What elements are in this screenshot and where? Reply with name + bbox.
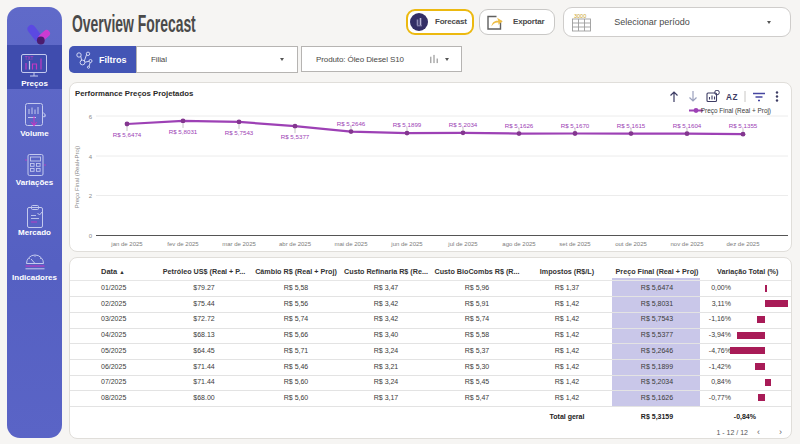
svg-text:R$ 5,2646: R$ 5,2646	[337, 120, 366, 127]
svg-text:mai de 2025: mai de 2025	[334, 241, 368, 247]
svg-text:R$ 5,6474: R$ 5,6474	[113, 131, 142, 138]
svg-text:0: 0	[89, 233, 93, 239]
svg-text:jul de 2025: jul de 2025	[447, 241, 478, 247]
svg-text:R$ 5,2034: R$ 5,2034	[449, 121, 478, 128]
svg-text:R$ 5,5377: R$ 5,5377	[281, 133, 310, 140]
svg-text:TXT: TXT	[25, 56, 34, 61]
svg-text:abr de 2025: abr de 2025	[279, 241, 312, 247]
svg-text:out de 2025: out de 2025	[615, 241, 647, 247]
svg-text:jun de 2025: jun de 2025	[390, 241, 423, 247]
svg-text:2: 2	[89, 193, 93, 199]
svg-text:fev de 2025: fev de 2025	[167, 241, 199, 247]
svg-text:Preço Final (Real+Proj): Preço Final (Real+Proj)	[74, 146, 80, 209]
svg-text:R$ 5,8031: R$ 5,8031	[169, 128, 198, 135]
svg-text:ago de 2025: ago de 2025	[502, 241, 536, 247]
svg-text:R$ 5,1626: R$ 5,1626	[505, 122, 534, 129]
svg-text:jan de 2025: jan de 2025	[110, 241, 143, 247]
svg-text:3000: 3000	[574, 13, 586, 19]
svg-text:4: 4	[89, 154, 93, 160]
svg-text:R$ 5,1899: R$ 5,1899	[393, 121, 422, 128]
svg-text:set de 2025: set de 2025	[559, 241, 591, 247]
svg-text:mar de 2025: mar de 2025	[222, 241, 256, 247]
svg-text:R$ 5,1670: R$ 5,1670	[561, 122, 590, 129]
svg-text:dez de 2025: dez de 2025	[726, 241, 760, 247]
svg-text:6: 6	[89, 114, 93, 120]
svg-text:R$ 5,1604: R$ 5,1604	[673, 122, 702, 129]
svg-text:Preço Final (Real + Proj): Preço Final (Real + Proj)	[701, 107, 771, 115]
svg-text:R$ 5,7543: R$ 5,7543	[225, 129, 254, 136]
svg-text:R$ 5,1615: R$ 5,1615	[617, 122, 646, 129]
svg-text:R$ 5,1355: R$ 5,1355	[729, 122, 758, 129]
svg-text:nov de 2025: nov de 2025	[670, 241, 704, 247]
